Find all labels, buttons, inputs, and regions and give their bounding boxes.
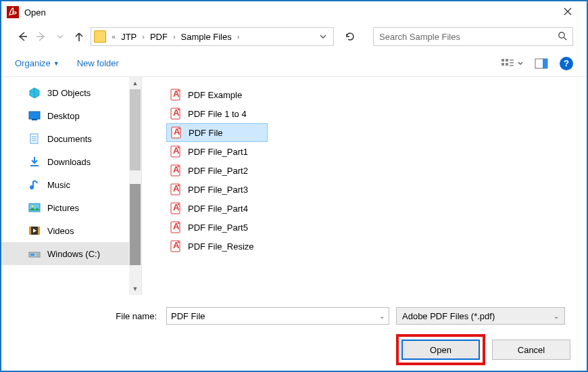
tree-item-pictures[interactable]: Pictures — [1, 196, 141, 219]
file-name: PDF File — [189, 128, 223, 138]
tree-item-label: Desktop — [47, 111, 80, 121]
svg-rect-13 — [543, 59, 547, 68]
svg-rect-6 — [506, 59, 508, 62]
3d-icon — [28, 87, 41, 98]
address-dropdown[interactable] — [316, 32, 330, 42]
svg-point-26 — [32, 206, 34, 208]
svg-text:A: A — [173, 202, 180, 212]
svg-text:A: A — [173, 221, 180, 231]
tree-item-downloads[interactable]: Downloads — [1, 150, 141, 173]
file-name: PDF File 1 to 4 — [188, 109, 247, 119]
tree-item-label: Documents — [47, 134, 92, 144]
file-item[interactable]: APDF File_Part3 — [166, 180, 268, 199]
tree-item-music[interactable]: Music — [1, 173, 141, 196]
file-name: PDF File_Part4 — [188, 204, 248, 214]
search-input[interactable]: Search Sample Files — [373, 27, 573, 46]
organize-menu[interactable]: Organize ▼ — [15, 58, 59, 68]
chevron-right-icon[interactable]: › — [233, 32, 244, 41]
tree-item-label: Pictures — [47, 203, 79, 213]
new-folder-button[interactable]: New folder — [77, 58, 119, 68]
svg-rect-7 — [501, 63, 504, 66]
dialog-body: 3D ObjectsDesktopDocumentsDownloadsMusic… — [1, 77, 587, 295]
up-button[interactable] — [72, 29, 87, 44]
file-item[interactable]: APDF File_Part4 — [166, 199, 268, 218]
scroll-thumb[interactable] — [130, 89, 141, 170]
svg-text:A: A — [173, 145, 180, 156]
filetype-dropdown[interactable]: Adobe PDF Files (*.pdf) ⌄ — [396, 307, 565, 325]
close-button[interactable] — [554, 7, 581, 18]
file-list[interactable]: APDF ExampleAPDF File 1 to 4APDF FileAPD… — [142, 77, 587, 295]
file-name: PDF File_Part2 — [188, 166, 248, 176]
tree-item-label: 3D Objects — [47, 88, 91, 98]
forward-button[interactable] — [34, 29, 49, 44]
svg-point-24 — [30, 185, 34, 189]
pdf-file-icon: A — [170, 145, 181, 158]
pdf-file-icon: A — [171, 126, 182, 139]
file-item[interactable]: APDF File_Part5 — [166, 218, 268, 237]
breadcrumb-pdf[interactable]: PDF — [149, 32, 169, 42]
tree-item-desktop[interactable]: Desktop — [1, 104, 141, 127]
recent-dropdown[interactable] — [53, 29, 68, 44]
search-placeholder: Search Sample Files — [379, 32, 558, 42]
open-button[interactable]: Open — [401, 340, 480, 360]
file-item[interactable]: APDF File — [166, 123, 268, 142]
chevron-right-icon[interactable]: › — [138, 32, 149, 41]
documents-icon — [28, 133, 41, 144]
nav-row: « JTP › PDF › Sample Files › Search Samp… — [1, 23, 587, 50]
svg-rect-28 — [29, 227, 31, 235]
back-button[interactable] — [15, 29, 30, 44]
filetype-label: Adobe PDF Files (*.pdf) — [402, 311, 495, 321]
cancel-button[interactable]: Cancel — [492, 340, 570, 360]
filename-input[interactable]: PDF File ⌄ — [166, 307, 389, 325]
refresh-button[interactable] — [341, 27, 360, 46]
svg-rect-11 — [510, 65, 514, 66]
address-bar[interactable]: « JTP › PDF › Sample Files › — [91, 27, 334, 46]
svg-text:A: A — [173, 183, 180, 193]
svg-rect-9 — [510, 60, 514, 61]
file-item[interactable]: APDF File_Part2 — [166, 161, 268, 180]
chevron-right-icon[interactable]: › — [169, 32, 180, 41]
file-item[interactable]: APDF Example — [166, 85, 268, 104]
svg-text:A: A — [173, 164, 180, 175]
preview-pane-button[interactable] — [535, 59, 547, 68]
window-title: Open — [24, 7, 554, 18]
pictures-icon — [28, 202, 41, 213]
svg-text:A: A — [173, 108, 180, 118]
scroll-up-button[interactable]: ▲ — [129, 77, 141, 89]
breadcrumb-jtp[interactable]: JTP — [120, 32, 138, 42]
tree-item-3d-objects[interactable]: 3D Objects — [1, 81, 141, 104]
music-icon — [28, 179, 41, 190]
pdf-file-icon: A — [170, 221, 181, 233]
filename-dropdown[interactable]: ⌄ — [379, 312, 385, 320]
svg-rect-32 — [30, 254, 34, 256]
title-bar: Open — [1, 1, 587, 23]
svg-rect-17 — [29, 112, 40, 119]
sidebar-scrollbar[interactable]: ▲ ▼ — [129, 77, 141, 295]
svg-point-3 — [559, 32, 564, 37]
scroll-down-button[interactable]: ▼ — [129, 283, 141, 295]
file-item[interactable]: APDF File 1 to 4 — [166, 104, 268, 123]
svg-point-33 — [37, 254, 39, 256]
downloads-icon — [28, 156, 41, 167]
tree-item-label: Windows (C:) — [47, 249, 100, 259]
scroll-thumb[interactable] — [130, 184, 141, 265]
breadcrumb-prefix: « — [107, 32, 120, 41]
svg-line-4 — [564, 37, 567, 40]
file-item[interactable]: APDF File_Resize — [166, 237, 268, 256]
file-name: PDF File_Part5 — [188, 223, 248, 233]
file-item[interactable]: APDF File_Part1 — [166, 142, 268, 161]
pdf-file-icon: A — [170, 240, 181, 252]
pdf-file-icon: A — [170, 89, 181, 101]
tree-item-documents[interactable]: Documents — [1, 127, 141, 150]
file-name: PDF Example — [188, 90, 242, 100]
svg-text:A: A — [173, 240, 180, 250]
desktop-icon — [28, 110, 41, 121]
tree-item-windows-c-[interactable]: Windows (C:) — [1, 242, 141, 265]
view-options-button[interactable] — [501, 59, 523, 68]
search-icon — [558, 31, 567, 43]
breadcrumb-sample-files[interactable]: Sample Files — [180, 32, 233, 42]
svg-text:A: A — [173, 89, 180, 99]
svg-text:A: A — [174, 126, 180, 137]
tree-item-videos[interactable]: Videos — [1, 219, 141, 242]
help-button[interactable]: ? — [560, 57, 573, 70]
